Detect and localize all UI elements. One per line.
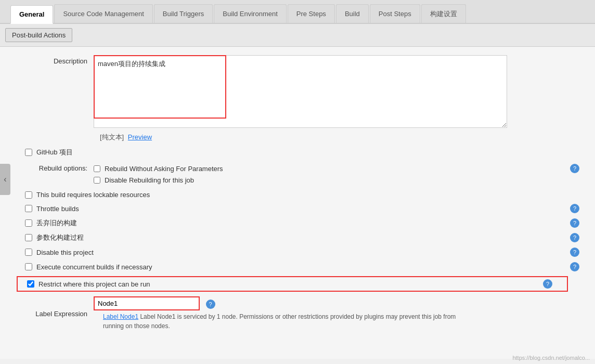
parameterize-label: 参数化构建过程 xyxy=(36,233,84,242)
tab-bar: General Source Code Management Build Tri… xyxy=(0,0,595,24)
disable-project-help-icon[interactable]: ? xyxy=(570,248,579,257)
checkboxes-section: This build requires lockable resources T… xyxy=(10,188,585,292)
tab-pre-steps[interactable]: Pre Steps xyxy=(288,4,335,23)
rebuild-options-label: Rebuild options: xyxy=(10,162,94,172)
discard-row: 丢弃旧的构建 ? xyxy=(10,216,585,230)
rebuild-options-row: Rebuild options: Rebuild Without Asking … xyxy=(10,160,585,188)
tab-build-triggers[interactable]: Build Triggers xyxy=(154,4,213,23)
discard-help-icon[interactable]: ? xyxy=(570,218,579,228)
rebuild-without-row: Rebuild Without Asking For Parameters ? xyxy=(94,162,585,175)
concurrent-help-icon[interactable]: ? xyxy=(570,262,579,271)
lockable-checkbox[interactable] xyxy=(25,191,32,199)
disable-rebuilding-row: Disable Rebuilding for this job xyxy=(94,175,585,186)
disable-rebuilding-label: Disable Rebuilding for this job xyxy=(105,176,194,184)
tab-build[interactable]: Build xyxy=(336,4,369,23)
label-expression-row: Label Expression ? Label Node1 Label Nod… xyxy=(10,294,585,333)
throttle-label: Throttle builds xyxy=(36,205,79,213)
throttle-help-icon[interactable]: ? xyxy=(570,204,579,213)
label-expression-input[interactable] xyxy=(95,297,199,309)
concurrent-checkbox[interactable] xyxy=(25,263,32,270)
description-label: Description xyxy=(10,55,94,65)
label-node1-link[interactable]: Label Node1 xyxy=(103,313,138,320)
discard-label: 丢弃旧的构建 xyxy=(36,218,77,228)
lockable-label: This build requires lockable resources xyxy=(36,191,150,199)
label-description: Label Node1 Label Node1 is serviced by 1… xyxy=(94,312,456,331)
rebuild-without-label: Rebuild Without Asking For Parameters xyxy=(105,165,223,173)
disable-project-label: Disable this project xyxy=(36,249,94,256)
parameterize-row: 参数化构建过程 ? xyxy=(10,230,585,245)
github-project-row: GitHub 项目 xyxy=(10,145,585,160)
tab-build-settings[interactable]: 构建设置 xyxy=(421,4,466,23)
description-textarea[interactable] xyxy=(94,55,507,128)
label-expression-help-icon[interactable]: ? xyxy=(206,300,215,309)
rebuild-controls: Rebuild Without Asking For Parameters ? … xyxy=(94,162,585,186)
concurrent-label: Execute concurrent builds if necessary xyxy=(36,263,152,271)
label-expression-input-wrapper xyxy=(94,296,200,310)
tab-post-steps[interactable]: Post Steps xyxy=(370,4,420,23)
rebuild-without-checkbox[interactable] xyxy=(94,165,100,172)
tab-scm[interactable]: Source Code Management xyxy=(54,4,152,23)
restrict-row: Restrict where this project can be run ? xyxy=(17,276,568,292)
disable-project-row: Disable this project ? xyxy=(10,245,585,259)
restrict-checkbox[interactable] xyxy=(27,280,34,288)
throttle-checkbox[interactable] xyxy=(25,205,32,212)
github-project-checkbox[interactable] xyxy=(25,149,32,156)
watermark: https://blog.csdn.net/jomalco... xyxy=(512,355,590,361)
description-row: Description maven项目的持续集成 xyxy=(10,52,585,133)
plain-text-link: [纯文本] xyxy=(100,133,124,141)
label-expression-control: ? Label Node1 Label Node1 is serviced by… xyxy=(94,296,456,331)
description-control: maven项目的持续集成 xyxy=(94,55,585,129)
action-bar: Post-build Actions xyxy=(0,24,595,47)
disable-project-checkbox[interactable] xyxy=(25,249,32,256)
side-collapse-button[interactable]: ‹ xyxy=(0,164,10,195)
label-desc-line1: Label Node1 Label Node1 is serviced by 1… xyxy=(103,313,456,320)
lockable-row: This build requires lockable resources xyxy=(10,188,585,201)
disable-rebuilding-checkbox[interactable] xyxy=(94,177,100,184)
restrict-label: Restrict where this project can be run xyxy=(38,280,150,288)
restrict-help-icon[interactable]: ? xyxy=(543,279,552,289)
preview-link[interactable]: Preview xyxy=(128,133,152,141)
parameterize-checkbox[interactable] xyxy=(25,234,32,241)
tab-general[interactable]: General xyxy=(10,5,53,24)
links-row: [纯文本] Preview xyxy=(10,133,585,142)
label-desc-line2: running on those nodes. xyxy=(103,322,170,330)
tab-build-environment[interactable]: Build Environment xyxy=(214,4,287,23)
github-project-label: GitHub 项目 xyxy=(36,148,73,157)
discard-checkbox[interactable] xyxy=(25,219,32,227)
parameterize-help-icon[interactable]: ? xyxy=(570,233,579,242)
throttle-row: Throttle builds ? xyxy=(10,201,585,216)
rebuild-without-help-icon[interactable]: ? xyxy=(570,164,579,173)
main-content: Description maven项目的持续集成 [纯文本] Preview G… xyxy=(0,47,595,359)
concurrent-row: Execute concurrent builds if necessary ? xyxy=(10,259,585,274)
label-expression-label: Label Expression xyxy=(10,310,94,318)
post-build-actions-button[interactable]: Post-build Actions xyxy=(5,28,72,42)
